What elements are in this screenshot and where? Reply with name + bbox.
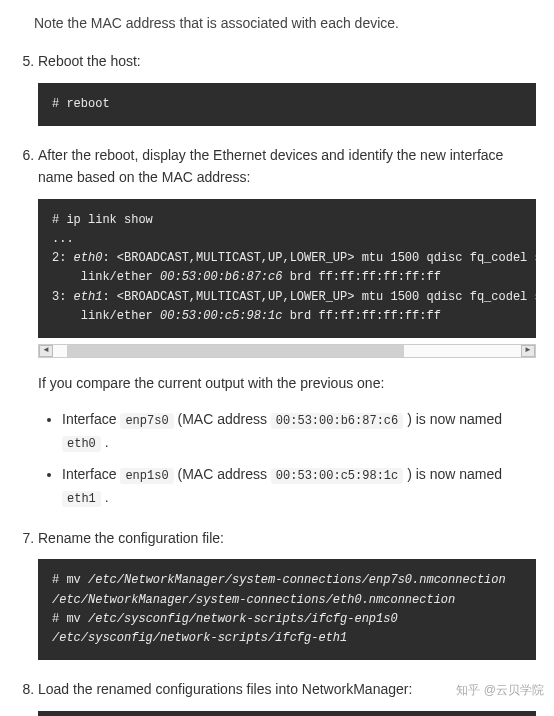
code-line: ... bbox=[52, 230, 522, 249]
scroll-right-arrow-icon[interactable]: ► bbox=[521, 345, 535, 357]
code-iplink: # ip link show...2: eth0: <BROADCAST,MUL… bbox=[38, 199, 536, 338]
intro-text: Note the MAC address that is associated … bbox=[34, 12, 536, 34]
scroll-track[interactable] bbox=[53, 345, 521, 357]
step-6-after: If you compare the current output with t… bbox=[38, 372, 536, 394]
step-8: Load the renamed configurations files in… bbox=[38, 678, 536, 716]
code-line: 3: eth1: <BROADCAST,MULTICAST,UP,LOWER_U… bbox=[52, 288, 522, 307]
code-mv: # mv /etc/NetworkManager/system-connecti… bbox=[38, 559, 536, 660]
step-5: Reboot the host: # reboot bbox=[38, 50, 536, 126]
step-6-text: After the reboot, display the Ethernet d… bbox=[38, 144, 536, 189]
step-8-text: Load the renamed configurations files in… bbox=[38, 678, 536, 700]
horizontal-scrollbar[interactable]: ◄ ► bbox=[38, 344, 536, 358]
step-6: After the reboot, display the Ethernet d… bbox=[38, 144, 536, 509]
scroll-left-arrow-icon[interactable]: ◄ bbox=[39, 345, 53, 357]
step-7: Rename the configuration file: # mv /etc… bbox=[38, 527, 536, 660]
step-5-text: Reboot the host: bbox=[38, 50, 536, 72]
code-line: # ip link show bbox=[52, 211, 522, 230]
steps-list: Reboot the host: # reboot After the rebo… bbox=[18, 50, 536, 716]
code-inline: enp7s0 bbox=[120, 413, 173, 429]
code-line: 2: eth0: <BROADCAST,MULTICAST,UP,LOWER_U… bbox=[52, 249, 522, 268]
code-inline: enp1s0 bbox=[120, 468, 173, 484]
code-inline: eth0 bbox=[62, 436, 101, 452]
code-reboot: # reboot bbox=[38, 83, 536, 126]
code-line: link/ether 00:53:00:b6:87:c6 brd ff:ff:f… bbox=[52, 268, 522, 287]
bullet-2: Interface enp1s0 (MAC address 00:53:00:c… bbox=[62, 463, 536, 509]
scroll-thumb[interactable] bbox=[67, 345, 404, 357]
code-inline: 00:53:00:b6:87:c6 bbox=[271, 413, 403, 429]
bullet-1: Interface enp7s0 (MAC address 00:53:00:b… bbox=[62, 408, 536, 454]
code-inline: eth1 bbox=[62, 491, 101, 507]
code-line: link/ether 00:53:00:c5:98:1c brd ff:ff:f… bbox=[52, 307, 522, 326]
step-7-text: Rename the configuration file: bbox=[38, 527, 536, 549]
code-nmcli: # nmcli connection load /etc/NetworkMana… bbox=[38, 711, 536, 716]
code-inline: 00:53:00:c5:98:1c bbox=[271, 468, 403, 484]
comparison-bullets: Interface enp7s0 (MAC address 00:53:00:b… bbox=[38, 408, 536, 509]
